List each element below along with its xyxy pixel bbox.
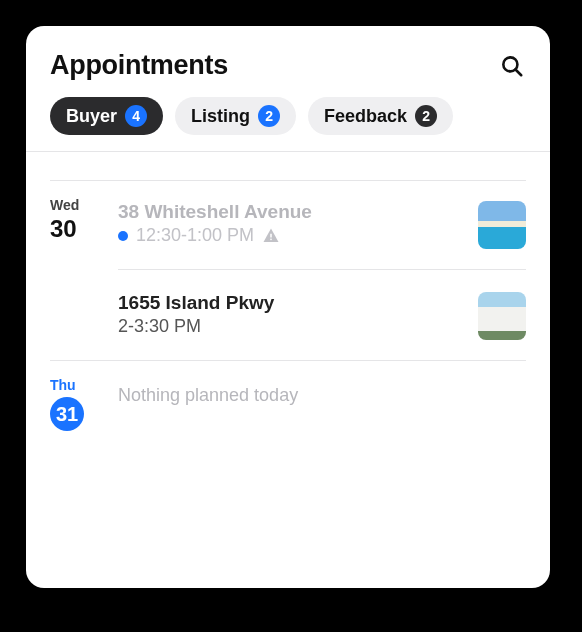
tabs: Buyer 4 Listing 2 Feedback 2 <box>50 97 526 135</box>
tab-listing[interactable]: Listing 2 <box>175 97 296 135</box>
svg-rect-2 <box>270 233 272 237</box>
day-number: 30 <box>50 215 118 243</box>
day-date: Thu 31 <box>50 375 118 431</box>
empty-state-text: Nothing planned today <box>118 375 526 430</box>
day-block: Thu 31 Nothing planned today <box>50 360 526 431</box>
appointment-title: 1655 Island Pkwy <box>118 292 466 314</box>
divider <box>26 151 550 152</box>
tab-badge: 2 <box>415 105 437 127</box>
events: Nothing planned today <box>118 375 526 431</box>
search-button[interactable] <box>498 52 526 80</box>
appointment-title: 38 Whiteshell Avenue <box>118 201 466 223</box>
appointment-thumbnail <box>478 292 526 340</box>
search-icon <box>499 53 525 79</box>
day-list: Wed 30 38 Whiteshell Avenue 12:30-1:00 P… <box>26 180 550 431</box>
status-dot-icon <box>118 231 128 241</box>
warning-icon <box>262 227 280 245</box>
tab-badge: 4 <box>125 105 147 127</box>
tab-label: Listing <box>191 106 250 127</box>
page-title: Appointments <box>50 50 228 81</box>
events: 38 Whiteshell Avenue 12:30-1:00 PM <box>118 195 526 360</box>
svg-line-1 <box>515 69 521 75</box>
appointment-time-row: 12:30-1:00 PM <box>118 225 466 246</box>
weekday-label: Thu <box>50 377 118 393</box>
tab-badge: 2 <box>258 105 280 127</box>
appointment-time: 12:30-1:00 PM <box>136 225 254 246</box>
appointment-time-row: 2-3:30 PM <box>118 316 466 337</box>
appointment-item[interactable]: 1655 Island Pkwy 2-3:30 PM <box>118 270 526 360</box>
appointments-card: Appointments Buyer 4 Listing 2 Feedback … <box>26 26 550 588</box>
day-date: Wed 30 <box>50 195 118 360</box>
appointment-thumbnail <box>478 201 526 249</box>
svg-rect-3 <box>270 238 272 240</box>
tab-feedback[interactable]: Feedback 2 <box>308 97 453 135</box>
day-block: Wed 30 38 Whiteshell Avenue 12:30-1:00 P… <box>50 180 526 360</box>
tab-buyer[interactable]: Buyer 4 <box>50 97 163 135</box>
weekday-label: Wed <box>50 197 118 213</box>
header: Appointments Buyer 4 Listing 2 Feedback … <box>26 26 550 151</box>
tab-label: Buyer <box>66 106 117 127</box>
tab-label: Feedback <box>324 106 407 127</box>
appointment-item[interactable]: 38 Whiteshell Avenue 12:30-1:00 PM <box>118 195 526 270</box>
day-number: 31 <box>50 397 84 431</box>
appointment-time: 2-3:30 PM <box>118 316 201 337</box>
